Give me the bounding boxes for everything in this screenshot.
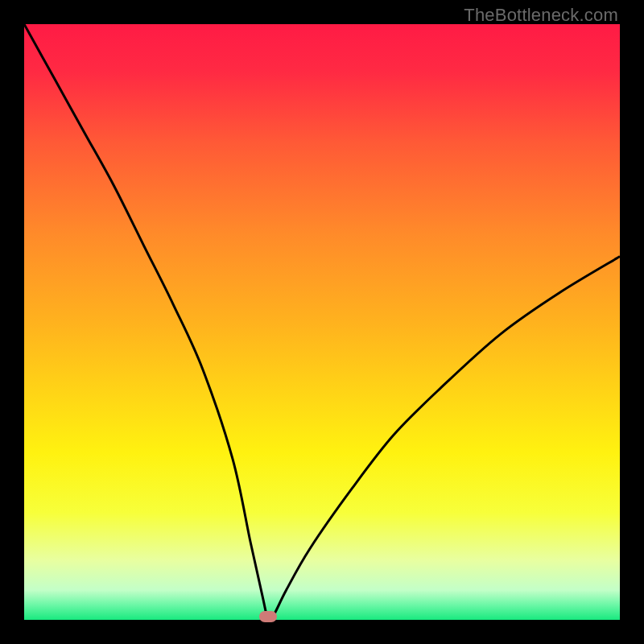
watermark-text: TheBottleneck.com [464, 5, 618, 26]
chart-frame: TheBottleneck.com [0, 0, 644, 644]
optimum-marker [259, 611, 277, 622]
plot-area [24, 24, 620, 620]
curve-path [24, 24, 620, 620]
bottleneck-curve [24, 24, 620, 620]
